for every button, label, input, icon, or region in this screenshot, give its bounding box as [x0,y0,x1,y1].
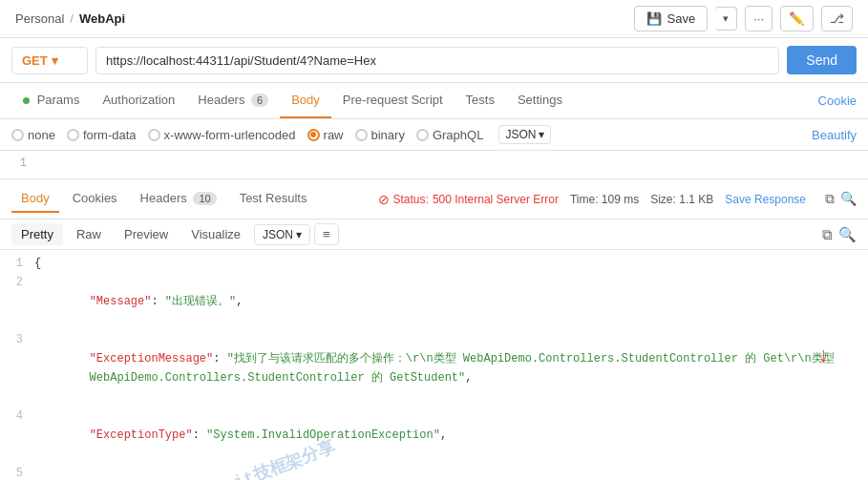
status-info: ⊘ Status: 500 Internal Server Error Time… [378,191,857,207]
time-info: Time: 109 ms [570,193,639,206]
option-urlencoded-label: x-www-form-urlencoded [164,128,296,142]
resp-tab-test-results[interactable]: Test Results [230,185,317,213]
option-raw-label: raw [324,128,344,142]
tab-params[interactable]: Params [11,83,91,118]
resp-headers-label: Headers [140,191,187,205]
line-num-1: 1 [4,254,34,273]
radio-binary [355,129,368,141]
format-bar: Pretty Raw Preview Visualize JSON ▾ ≡ ⧉ … [0,219,868,250]
key-message: "Message" [90,295,152,308]
line-content-2: "Message": "出现错误。", [34,273,864,330]
beautify-button[interactable]: Beautify [812,128,857,142]
line-num-3: 3 [4,330,34,407]
save-dropdown-button[interactable]: ▾ [715,7,737,31]
json-format-label: JSON [505,128,536,141]
val-message: "出现错误。" [165,295,236,308]
option-form-data[interactable]: form-data [67,128,137,142]
option-graphql[interactable]: GraphQL [416,128,483,142]
save-response-button[interactable]: Save Response [725,193,806,206]
tab-tests[interactable]: Tests [455,83,506,118]
radio-urlencoded [148,129,160,141]
val-exception-type: "System.InvalidOperationException" [206,428,440,442]
line-content-5: "StackTrace": " 在 System.Web.Http.Contro… [34,464,864,480]
option-none[interactable]: none [11,128,55,142]
breadcrumb: Personal / WebApi [15,11,125,26]
tab-headers[interactable]: Headers 6 [186,83,280,118]
json-format-select[interactable]: JSON ▾ [498,125,551,144]
resp-headers-badge: 10 [193,192,216,205]
body-options: none form-data x-www-form-urlencoded raw… [0,119,868,151]
status-badge: ⊘ Status: 500 Internal Server Error [378,192,559,207]
line-num-2: 2 [4,273,34,330]
headers-badge: 6 [251,94,268,107]
url-input[interactable] [95,47,779,74]
save-button[interactable]: 💾 Save [634,6,709,31]
breadcrumb-project[interactable]: WebApi [79,11,125,26]
search-response-icon[interactable]: 🔍 [838,226,857,243]
fmt-json-label: JSON [263,228,293,241]
url-bar: GET ▾ Send [0,38,868,83]
fork-icon-button[interactable]: ⎇ [821,6,853,31]
edit-icon-button[interactable]: ✏️ [780,6,814,31]
fmt-raw-button[interactable]: Raw [67,223,111,245]
cookie-link[interactable]: Cookie [818,84,857,117]
key-exception-msg: "ExceptionMessage" [90,352,214,365]
tab-settings-label: Settings [518,93,562,107]
tab-settings[interactable]: Settings [506,83,574,118]
option-binary[interactable]: binary [355,128,405,142]
radio-form-data [67,129,79,141]
tab-headers-label: Headers [198,93,244,107]
line-content-4: "ExceptionType": "System.InvalidOperatio… [34,407,864,464]
line-content-3: "ExceptionMessage": "找到了与该请求匹配的多个操作：\r\n… [34,330,864,407]
copy-icon[interactable]: ⧉ [825,191,835,207]
save-icon: 💾 [646,11,662,26]
radio-raw [307,129,320,141]
option-none-label: none [28,128,55,142]
fmt-preview-button[interactable]: Preview [115,223,178,245]
tab-authorization-label: Authorization [102,93,175,107]
params-dot [23,97,30,104]
search-icon[interactable]: 🔍 [840,191,857,207]
header-actions: 💾 Save ▾ ··· ✏️ ⎇ [634,6,853,31]
radio-graphql [416,129,429,141]
app-header: Personal / WebApi 💾 Save ▾ ··· ✏️ ⎇ [0,0,868,38]
option-form-data-label: form-data [83,128,137,142]
fmt-filter-button[interactable]: ≡ [314,223,339,245]
copy-response-icon[interactable]: ⧉ [822,226,833,243]
fmt-visualize-button[interactable]: Visualize [181,223,250,245]
size-label: Size: [650,193,676,206]
more-button[interactable]: ··· [745,6,773,31]
code-line-3: 3 "ExceptionMessage": "找到了与该请求匹配的多个操作：\r… [0,330,868,407]
fmt-json-select[interactable]: JSON ▾ [254,224,310,245]
size-value: 1.1 KB [679,193,713,206]
tab-authorization[interactable]: Authorization [91,83,186,118]
radio-none [11,129,24,141]
fmt-json-dropdown-icon: ▾ [296,228,302,241]
resp-tab-body[interactable]: Body [11,185,59,213]
resp-action-icons: ⧉ 🔍 [825,191,857,207]
option-urlencoded[interactable]: x-www-form-urlencoded [148,128,296,142]
status-label: Status: [393,193,429,206]
resp-tab-cookies[interactable]: Cookies [63,185,127,213]
tab-pre-request[interactable]: Pre-request Script [331,83,455,118]
response-body: 1 { 2 "Message": "出现错误。", 3 "ExceptionMe… [0,250,868,480]
code-line-1: 1 { [0,254,868,273]
request-editor: 1 [0,151,868,179]
time-label: Time: [570,193,599,206]
code-line-2: 2 "Message": "出现错误。", [0,273,868,330]
status-icon: ⊘ [378,192,390,207]
option-raw[interactable]: raw [307,128,344,142]
send-button[interactable]: Send [787,46,857,74]
tab-body[interactable]: Body [280,83,331,118]
method-dropdown-icon: ▾ [52,53,58,68]
save-label: Save [667,11,696,26]
resp-tab-headers[interactable]: Headers 10 [131,185,226,213]
fmt-pretty-button[interactable]: Pretty [11,223,63,245]
breadcrumb-personal[interactable]: Personal [15,11,64,26]
option-binary-label: binary [371,128,405,142]
editor-line-1: 1 [8,155,868,172]
code-line-4: 4 "ExceptionType": "System.InvalidOperat… [0,407,868,464]
breadcrumb-separator: / [70,11,74,26]
option-graphql-label: GraphQL [433,128,483,142]
method-select[interactable]: GET ▾ [11,47,88,74]
